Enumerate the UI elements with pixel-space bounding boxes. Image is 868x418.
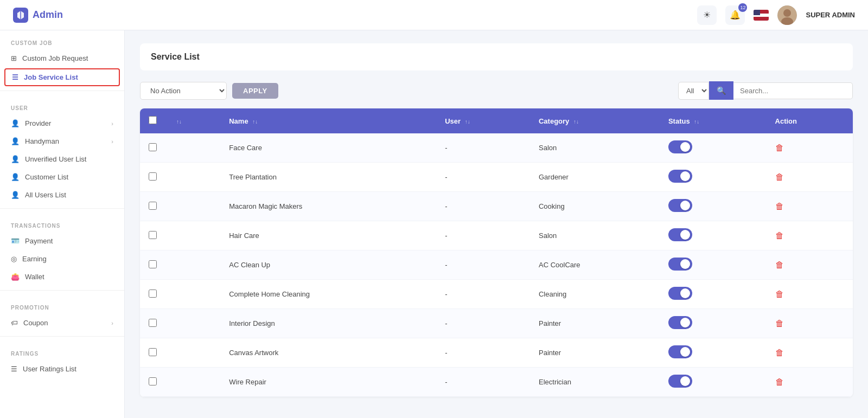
row-status-cell (660, 192, 767, 221)
sidebar: CUSTOM JOB ⊞ Custom Job Request ☰ Job Se… (0, 30, 125, 418)
sidebar-item-job-service-list[interactable]: ☰ Job Service List (4, 68, 120, 86)
toggle-track (668, 140, 692, 153)
delete-button[interactable]: 🗑 (775, 377, 784, 387)
select-all-checkbox[interactable] (149, 116, 157, 124)
row-index-cell (165, 368, 220, 397)
delete-button[interactable]: 🗑 (775, 260, 784, 270)
status-toggle[interactable] (668, 316, 692, 329)
status-toggle[interactable] (668, 228, 692, 241)
top-navigation: Admin ☀ 🔔 12 SUPER ADMIN (0, 0, 868, 30)
sidebar-item-payment[interactable]: 🪪 Payment (0, 232, 124, 250)
user-icon: 👤 (11, 173, 20, 181)
header-action: Action (767, 108, 853, 133)
notifications-button[interactable]: 🔔 12 (725, 5, 745, 25)
header-sort-col: ↑↓ (165, 108, 220, 133)
status-toggle[interactable] (668, 345, 692, 358)
sidebar-item-label: Handyman (25, 137, 59, 145)
section-label-promotion: PROMOTION (0, 295, 124, 314)
row-checkbox[interactable] (149, 172, 157, 181)
row-category-cell: Painter (530, 309, 660, 338)
sidebar-item-custom-job-request[interactable]: ⊞ Custom Job Request (0, 49, 124, 67)
row-checkbox[interactable] (149, 290, 157, 298)
sidebar-item-user-ratings-list[interactable]: ☰ User Ratings List (0, 360, 124, 378)
row-checkbox[interactable] (149, 202, 157, 210)
apply-button[interactable]: APPLY (232, 83, 278, 99)
row-checkbox[interactable] (149, 348, 157, 356)
row-checkbox[interactable] (149, 231, 157, 239)
header-category[interactable]: Category ↑↓ (530, 108, 660, 133)
service-list-table: ↑↓ Name ↑↓ User ↑↓ Category ↑↓ Status ↑↓… (140, 108, 853, 397)
row-checkbox[interactable] (149, 319, 157, 327)
sidebar-item-unverified-user-list[interactable]: 👤 Unverified User List (0, 150, 124, 168)
toggle-thumb (680, 201, 690, 210)
row-checkbox[interactable] (149, 377, 157, 385)
header-name[interactable]: Name ↑↓ (220, 108, 436, 133)
delete-button[interactable]: 🗑 (775, 348, 784, 358)
delete-button[interactable]: 🗑 (775, 143, 784, 153)
header-user[interactable]: User ↑↓ (436, 108, 530, 133)
page-header: Service List (140, 43, 853, 70)
delete-button[interactable]: 🗑 (775, 172, 784, 182)
section-label-custom-job: CUSTOM JOB (0, 30, 124, 49)
action-select[interactable]: No Action Delete (140, 82, 227, 100)
sidebar-item-earning[interactable]: ◎ Earning (0, 250, 124, 268)
delete-button[interactable]: 🗑 (775, 319, 784, 329)
row-name-cell: Hair Care (220, 221, 436, 250)
status-toggle[interactable] (668, 199, 692, 212)
row-status-cell (660, 163, 767, 192)
brand-name: Admin (33, 9, 63, 21)
row-checkbox[interactable] (149, 143, 157, 151)
theme-toggle-button[interactable]: ☀ (697, 5, 717, 25)
delete-button[interactable]: 🗑 (775, 290, 784, 299)
username-label[interactable]: SUPER ADMIN (806, 11, 855, 19)
table-row: Complete Home Cleaning - Cleaning 🗑 (140, 280, 853, 309)
sidebar-item-label: Customer List (25, 173, 68, 181)
sidebar-item-all-users-list[interactable]: 👤 All Users List (0, 186, 124, 204)
row-checkbox-cell (140, 250, 165, 280)
filter-select[interactable]: All (678, 82, 709, 100)
row-status-cell (660, 309, 767, 338)
section-label-ratings: RATINGS (0, 341, 124, 360)
sidebar-item-provider[interactable]: 👤 Provider › (0, 114, 124, 132)
search-group: All 🔍 (678, 81, 853, 100)
search-button[interactable]: 🔍 (709, 81, 733, 100)
search-input[interactable] (733, 82, 853, 99)
table-row: Face Care - Salon 🗑 (140, 133, 853, 163)
toggle-track (668, 228, 692, 241)
sidebar-item-coupon[interactable]: 🏷 Coupon › (0, 314, 124, 332)
sidebar-divider (0, 91, 124, 91)
sort-arrows-name-icon: ↑↓ (252, 119, 258, 125)
row-checkbox[interactable] (149, 260, 157, 268)
status-toggle[interactable] (668, 170, 692, 183)
sidebar-item-label: Payment (25, 237, 53, 245)
avatar[interactable] (777, 5, 797, 25)
card-icon: 🪪 (11, 237, 20, 245)
status-toggle[interactable] (668, 258, 692, 271)
status-toggle[interactable] (668, 375, 692, 388)
tag-icon: 🏷 (11, 319, 18, 327)
sidebar-item-wallet[interactable]: 👛 Wallet (0, 268, 124, 286)
sidebar-item-customer-list[interactable]: 👤 Customer List (0, 168, 124, 186)
delete-button[interactable]: 🗑 (775, 231, 784, 241)
status-toggle[interactable] (668, 140, 692, 153)
brand-logo[interactable]: Admin (13, 8, 63, 23)
user-icon: 👤 (11, 155, 20, 163)
sidebar-item-label: Coupon (23, 319, 48, 327)
row-index-cell (165, 133, 220, 163)
header-status[interactable]: Status ↑↓ (660, 108, 767, 133)
row-action-cell: 🗑 (767, 221, 853, 250)
sidebar-item-handyman[interactable]: 👤 Handyman › (0, 132, 124, 150)
language-flag[interactable] (754, 10, 769, 21)
row-checkbox-cell (140, 221, 165, 250)
sidebar-divider-3 (0, 290, 124, 291)
sidebar-item-label: Earning (22, 255, 47, 263)
delete-button[interactable]: 🗑 (775, 202, 784, 211)
row-name-cell: Face Care (220, 133, 436, 163)
toggle-track (668, 345, 692, 358)
row-action-cell: 🗑 (767, 368, 853, 397)
row-checkbox-cell (140, 192, 165, 221)
sidebar-item-label: Job Service List (24, 73, 78, 81)
row-index-cell (165, 338, 220, 368)
status-toggle[interactable] (668, 287, 692, 300)
table-row: Hair Care - Salon 🗑 (140, 221, 853, 250)
